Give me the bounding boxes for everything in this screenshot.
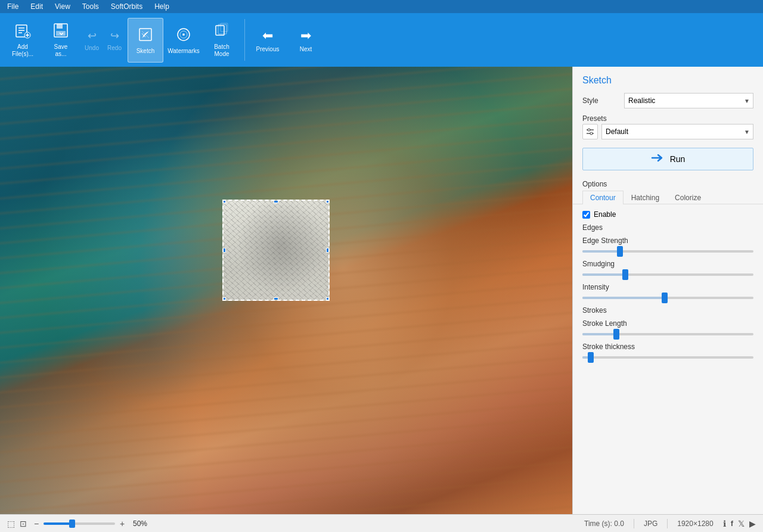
style-select[interactable]: Realistic Pencil Charcoal Ink (624, 93, 753, 108)
panel-title: Sketch (573, 67, 763, 91)
add-files-label: AddFile(s)... (12, 43, 33, 58)
status-sep1 (634, 519, 634, 528)
zoom-controls: − + 50% (32, 519, 147, 528)
stroke-thickness-track[interactable] (582, 353, 753, 362)
options-label: Options (573, 176, 763, 191)
sketch-icon (137, 26, 154, 45)
options-tabs: Contour Hatching Colorize (573, 191, 763, 204)
edge-strength-label: Edge Strength (582, 237, 753, 245)
svg-point-8 (182, 33, 185, 36)
style-select-wrapper: Realistic Pencil Charcoal Ink ▼ (624, 93, 753, 108)
sketch-shading (224, 201, 328, 300)
handle-bottom-right[interactable] (326, 297, 330, 301)
presets-select[interactable]: Default Custom 1 Custom 2 (601, 124, 753, 139)
strokes-label: Strokes (573, 304, 763, 317)
edge-strength-row: Edge Strength (573, 234, 763, 257)
menubar: File Edit View Tools SoftOrbits Help (0, 0, 763, 13)
menu-view[interactable]: View (52, 1, 73, 12)
handle-top-middle[interactable] (274, 200, 278, 203)
run-label: Run (670, 154, 686, 164)
handle-top-left[interactable] (222, 200, 226, 203)
menu-softorbits[interactable]: SoftOrbits (108, 1, 145, 12)
redo-button[interactable]: ↪ Redo (104, 18, 125, 63)
run-button[interactable]: Run (582, 148, 753, 170)
undo-icon: ↩ (88, 29, 97, 42)
toolbar-separator (244, 19, 245, 61)
menu-tools[interactable]: Tools (80, 1, 101, 12)
svg-rect-3 (57, 24, 63, 29)
menu-help[interactable]: Help (152, 1, 172, 12)
zoom-slider[interactable] (44, 522, 115, 525)
next-label: Next (300, 46, 312, 52)
handle-bottom-left[interactable] (222, 297, 226, 301)
save-as-label: Saveas... (54, 43, 68, 58)
sketch-selection-box[interactable] (222, 200, 330, 301)
previous-button[interactable]: ⬅ Previous (250, 18, 286, 63)
save-as-button[interactable]: Saveas... (43, 18, 79, 63)
watermarks-label: Watermarks (168, 48, 200, 54)
zoom-slider-fill (44, 522, 72, 525)
add-files-button[interactable]: AddFile(s)... (5, 18, 41, 63)
crop-icon[interactable]: ⊡ (20, 519, 27, 528)
undo-button[interactable]: ↩ Undo (81, 18, 103, 63)
save-as-icon (52, 22, 69, 41)
redo-icon: ↪ (110, 29, 119, 42)
handle-middle-left[interactable] (222, 248, 226, 253)
format-display: JPG (644, 519, 657, 528)
smudging-track[interactable] (582, 270, 753, 279)
smudging-thumb[interactable] (622, 269, 628, 280)
stroke-length-thumb[interactable] (613, 329, 619, 340)
status-social-icons: ℹ f 𝕏 ▶ (723, 519, 756, 528)
handle-middle-right[interactable] (326, 248, 330, 253)
menu-file[interactable]: File (5, 1, 21, 12)
presets-settings-button[interactable] (582, 124, 598, 139)
select-icon[interactable]: ⬚ (7, 519, 15, 528)
stroke-thickness-thumb[interactable] (588, 352, 594, 363)
canvas-image (0, 67, 572, 514)
stroke-length-track[interactable] (582, 329, 753, 339)
tab-contour[interactable]: Contour (582, 191, 624, 204)
next-icon: ➡ (300, 28, 311, 43)
tab-hatching[interactable]: Hatching (624, 191, 667, 204)
menu-edit[interactable]: Edit (28, 1, 45, 12)
intensity-thumb[interactable] (662, 293, 668, 303)
presets-select-wrapper: Default Custom 1 Custom 2 ▼ (601, 124, 753, 139)
handle-bottom-middle[interactable] (274, 297, 278, 301)
intensity-track[interactable] (582, 293, 753, 303)
sketch-button[interactable]: Sketch (128, 18, 163, 63)
stroke-thickness-row: Stroke thickness (573, 340, 763, 363)
handle-top-right[interactable] (326, 200, 330, 203)
style-label: Style (582, 97, 618, 105)
presets-label: Presets (573, 111, 763, 124)
enable-checkbox[interactable] (582, 211, 590, 219)
zoom-percentage: 50% (133, 519, 147, 528)
next-button[interactable]: ➡ Next (288, 18, 324, 63)
facebook-icon[interactable]: f (731, 519, 733, 528)
redo-label: Redo (107, 45, 122, 51)
twitter-icon[interactable]: 𝕏 (738, 519, 745, 528)
dimensions-display: 1920×1280 (677, 519, 713, 528)
zoom-plus-button[interactable]: + (117, 519, 127, 528)
watermarks-button[interactable]: Watermarks (166, 18, 201, 63)
sketch-label: Sketch (137, 48, 155, 54)
edge-strength-thumb[interactable] (617, 246, 623, 257)
run-icon (651, 153, 664, 166)
watermarks-icon (175, 26, 192, 45)
youtube-icon[interactable]: ▶ (749, 519, 756, 528)
tab-colorize[interactable]: Colorize (667, 191, 709, 204)
add-files-icon (14, 22, 31, 41)
undo-label: Undo (85, 45, 99, 51)
style-row: Style Realistic Pencil Charcoal Ink ▼ (573, 91, 763, 111)
enable-label: Enable (594, 210, 616, 219)
batch-mode-label: BatchMode (214, 43, 229, 58)
edge-strength-track[interactable] (582, 247, 753, 256)
info-icon[interactable]: ℹ (723, 519, 726, 528)
status-right: Time (s): 0.0 JPG 1920×1280 ℹ f 𝕏 ▶ (584, 519, 756, 528)
zoom-thumb[interactable] (69, 519, 75, 528)
canvas-area[interactable] (0, 67, 572, 514)
batch-mode-button[interactable]: BatchMode (204, 18, 240, 63)
stroke-thickness-label: Stroke thickness (582, 343, 753, 351)
zoom-minus-button[interactable]: − (32, 519, 41, 528)
batch-mode-icon (213, 22, 230, 41)
smudging-row: Smudging (573, 257, 763, 281)
